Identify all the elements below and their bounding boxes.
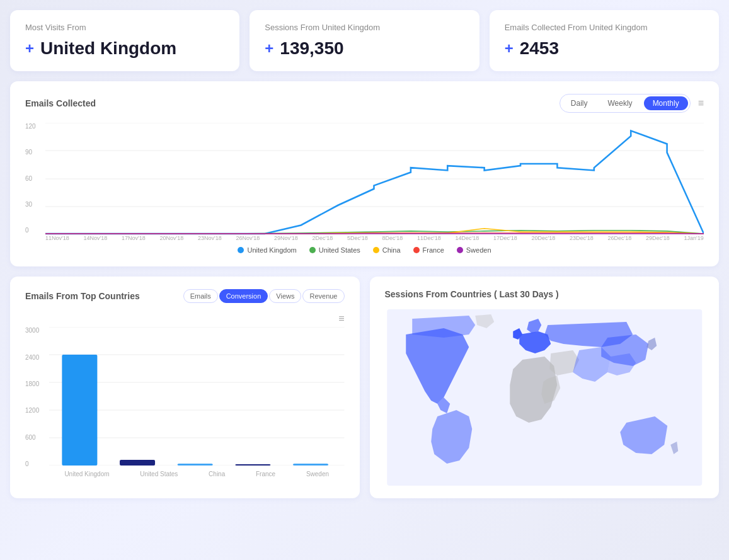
chart-legend: United Kingdom United States China Franc… — [25, 246, 704, 254]
emails-chart-header: Emails Collected Daily Weekly Monthly ≡ — [25, 94, 704, 113]
legend-label-se: Sweden — [466, 246, 491, 254]
emails-collected-value-row: + 2453 — [505, 38, 704, 59]
x-label-17: 1Jan'19 — [684, 235, 704, 241]
bar-y-1200: 1200 — [25, 407, 49, 414]
legend-label-uk: United Kingdom — [247, 246, 296, 254]
x-label-6: 29Nov'18 — [274, 235, 298, 241]
menu-icon-chart[interactable]: ≡ — [698, 98, 704, 109]
sessions-card: Sessions From United Kingdom + 139,350 — [250, 10, 479, 71]
bar-y-600: 600 — [25, 434, 49, 441]
emails-collected-value: 2453 — [520, 38, 559, 59]
bar-chart-svg — [49, 327, 345, 466]
y-label-30: 30 — [25, 201, 45, 208]
bar-x-axis: United Kingdom United States China Franc… — [49, 468, 345, 480]
tab-revenue[interactable]: Revenue — [302, 289, 344, 303]
bar-x-cn: China — [209, 471, 225, 477]
bar-y-axis: 0 600 1200 1800 2400 3000 — [25, 327, 49, 480]
y-axis: 0 30 60 90 120 — [25, 123, 45, 235]
bar-y-3000: 3000 — [25, 327, 49, 334]
bar-uk — [62, 355, 97, 466]
bar-chart-wrapper: 0 600 1200 1800 2400 3000 — [25, 327, 345, 480]
x-label-12: 17Dec'18 — [493, 235, 517, 241]
x-label-1: 14Nov'18 — [84, 235, 108, 241]
bar-chart-tabs: Emails Conversion Views Revenue — [183, 289, 345, 303]
bar-se — [293, 464, 328, 466]
x-label-11: 14Dec'18 — [456, 235, 479, 241]
legend-dot-uk — [238, 247, 244, 253]
bar-y-0: 0 — [25, 460, 49, 467]
x-label-5: 26Nov'18 — [236, 235, 260, 241]
y-label-60: 60 — [25, 175, 45, 182]
legend-dot-fr — [413, 247, 420, 253]
emails-collected-card: Emails Collected From United Kingdom + 2… — [490, 10, 719, 71]
tab-emails[interactable]: Emails — [183, 289, 218, 303]
legend-dot-cn — [373, 247, 379, 253]
emails-chart-tabs: Daily Weekly Monthly — [560, 94, 691, 113]
most-visits-value-row: + United Kingdom — [25, 38, 224, 59]
bar-chart-area: United Kingdom United States China Franc… — [49, 327, 345, 480]
bar-chart-title: Emails From Top Countries — [25, 291, 140, 301]
tab-weekly[interactable]: Weekly — [599, 96, 641, 110]
y-label-120: 120 — [25, 123, 45, 130]
legend-label-cn: China — [382, 246, 401, 254]
legend-dot-us — [309, 247, 316, 253]
menu-icon-bar[interactable]: ≡ — [338, 313, 344, 324]
x-axis: 11Nov'18 14Nov'18 17Nov'18 20Nov'18 23No… — [25, 235, 704, 241]
bottom-row: Emails From Top Countries Emails Convers… — [10, 277, 719, 498]
plus-icon-1: + — [25, 41, 34, 56]
emails-chart-card: Emails Collected Daily Weekly Monthly ≡ … — [10, 81, 719, 266]
y-label-0: 0 — [25, 227, 45, 234]
bar-cn — [178, 464, 213, 466]
most-visits-value: United Kingdom — [40, 38, 176, 59]
emails-collected-label: Emails Collected From United Kingdom — [505, 23, 704, 32]
legend-dot-se — [457, 247, 463, 253]
x-label-4: 23Nov'18 — [198, 235, 222, 241]
bar-x-us: United States — [140, 471, 178, 477]
bar-y-1800: 1800 — [25, 380, 49, 387]
bar-chart-header: Emails From Top Countries Emails Convers… — [25, 289, 345, 303]
legend-label-us: United States — [319, 246, 360, 254]
line-chart-svg — [45, 123, 704, 235]
emails-chart-title: Emails Collected — [25, 98, 96, 108]
line-chart-wrapper: 0 30 60 90 120 — [25, 123, 704, 235]
tab-monthly[interactable]: Monthly — [644, 96, 688, 110]
legend-label-fr: France — [423, 246, 444, 254]
tab-daily[interactable]: Daily — [562, 96, 597, 110]
bar-fr — [235, 464, 270, 466]
legend-uk: United Kingdom — [238, 246, 296, 254]
plus-icon-3: + — [505, 41, 514, 56]
x-label-10: 11Dec'18 — [417, 235, 441, 241]
x-label-8: 5Dec'18 — [347, 235, 368, 241]
y-label-90: 90 — [25, 149, 45, 156]
tab-views[interactable]: Views — [269, 289, 301, 303]
x-label-2: 17Nov'18 — [122, 235, 146, 241]
x-label-15: 26Dec'18 — [608, 235, 632, 241]
most-visits-card: Most Visits From + United Kingdom — [10, 10, 239, 71]
legend-se: Sweden — [457, 246, 491, 254]
legend-fr: France — [413, 246, 444, 254]
x-label-3: 20Nov'18 — [160, 235, 184, 241]
most-visits-label: Most Visits From — [25, 23, 224, 32]
emails-top-countries-card: Emails From Top Countries Emails Convers… — [10, 277, 360, 498]
line-chart-area — [45, 123, 704, 235]
bar-y-2400: 2400 — [25, 354, 49, 361]
map-title: Sessions From Countries ( Last 30 Days ) — [385, 289, 559, 299]
tab-conversion[interactable]: Conversion — [219, 289, 268, 303]
world-map-svg — [385, 309, 704, 486]
x-label-0: 11Nov'18 — [45, 235, 69, 241]
x-label-9: 8Dec'18 — [382, 235, 403, 241]
sessions-value-row: + 139,350 — [265, 38, 464, 59]
bar-x-uk: United Kingdom — [64, 471, 109, 477]
x-label-14: 23Dec'18 — [570, 235, 594, 241]
legend-cn: China — [373, 246, 401, 254]
plus-icon-2: + — [265, 41, 273, 56]
bar-x-se: Sweden — [306, 471, 329, 477]
top-cards-row: Most Visits From + United Kingdom Sessio… — [10, 10, 719, 71]
map-container — [385, 309, 704, 486]
legend-us: United States — [309, 246, 360, 254]
x-label-13: 20Dec'18 — [532, 235, 556, 241]
sessions-label: Sessions From United Kingdom — [265, 23, 464, 32]
x-label-16: 29Dec'18 — [646, 235, 670, 241]
sessions-value: 139,350 — [280, 38, 343, 59]
bar-x-fr: France — [256, 471, 275, 477]
